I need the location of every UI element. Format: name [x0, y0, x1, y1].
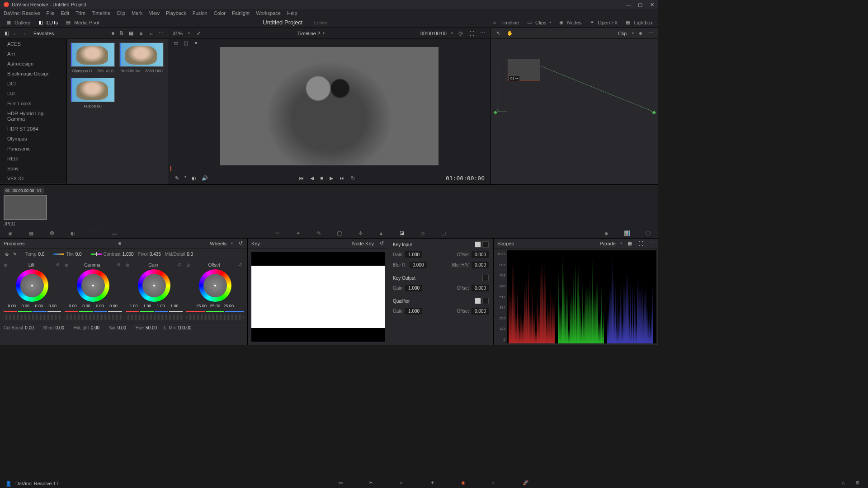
color-wheel[interactable] — [77, 269, 109, 302]
lut-cat[interactable]: DJI — [0, 89, 66, 99]
highlight-icon[interactable]: ✦ — [193, 40, 199, 46]
lut-item[interactable]: Olympus O....709_v1.0 — [71, 42, 115, 73]
qualifier-icon[interactable]: ✎ — [315, 229, 323, 237]
playhead[interactable] — [170, 166, 171, 171]
lut-cat[interactable]: HDR Hybrid Log-Gamma — [0, 108, 66, 124]
node-mode[interactable]: Clip — [618, 31, 627, 36]
wheel-reset-icon[interactable]: ↺ — [117, 262, 122, 267]
nodes-toggle[interactable]: ◉Nodes — [558, 19, 582, 26]
picker-icon[interactable]: ⊕ — [126, 263, 129, 267]
motion-icon[interactable]: ▭ — [110, 229, 118, 237]
openfx-toggle[interactable]: ✦Open FX — [589, 19, 618, 26]
wheel-jog[interactable] — [186, 314, 244, 320]
scope-expand-icon[interactable]: ⛶ — [637, 240, 644, 247]
viewer-more-icon[interactable]: ⋯ — [479, 30, 486, 37]
adj-lmix[interactable]: 100.00 — [178, 325, 192, 330]
go-first-button[interactable]: ⏮ — [299, 175, 304, 181]
lut-favorites[interactable]: ★Favorites — [0, 183, 66, 184]
tint-slider[interactable] — [91, 253, 102, 255]
node-input[interactable] — [494, 111, 497, 114]
mid-value[interactable]: 0.0 — [187, 252, 200, 257]
gallery-toggle[interactable]: ▦Gallery — [5, 19, 30, 26]
picker-icon[interactable]: ⊕ — [65, 263, 68, 267]
mediapool-toggle[interactable]: ▤Media Pool — [65, 19, 99, 26]
contrast-value[interactable]: 1.000 — [123, 252, 136, 257]
sidebar-toggle-icon[interactable]: ◧ — [4, 30, 10, 37]
lightbox-toggle[interactable]: ▦Lightbox — [625, 19, 653, 26]
node-canvas[interactable]: 01 ▪▪ — [491, 39, 658, 184]
lut-cat[interactable]: Olympus — [0, 134, 66, 144]
key-input-offset[interactable]: 0.000 — [472, 251, 489, 258]
wheel-jog[interactable] — [4, 314, 61, 320]
keyframe-icon[interactable]: ◆ — [602, 229, 610, 237]
key-icon[interactable]: ◇ — [419, 229, 427, 237]
primaries-mode[interactable]: Wheels — [210, 241, 226, 246]
close-button[interactable]: ✕ — [649, 2, 655, 7]
color-wheel[interactable] — [138, 269, 170, 302]
scope-mode[interactable]: Parade — [600, 241, 616, 246]
lut-cat[interactable]: Astrodesign — [0, 59, 66, 69]
key-output-offset[interactable]: 0.000 — [472, 285, 489, 291]
lut-item[interactable]: Fusion 88 — [71, 78, 115, 108]
wheel-values[interactable]: 0.000.000.000.00 — [6, 304, 58, 308]
wheel-reset-icon[interactable]: ↺ — [177, 262, 183, 267]
wheel-reset-icon[interactable]: ↺ — [238, 262, 244, 267]
splitview-icon[interactable]: ◫ — [183, 40, 189, 46]
key-reset-icon[interactable]: ↺ — [378, 240, 385, 247]
temp-value[interactable]: 0.0 — [38, 252, 52, 257]
temp-slider[interactable] — [53, 253, 64, 255]
key-output-gain[interactable]: 1.000 — [405, 285, 422, 291]
colormatch-icon[interactable]: ▦ — [27, 229, 35, 237]
corrector-node[interactable]: 01 ▪▪ — [508, 59, 540, 80]
zoom-level[interactable]: 31% — [173, 31, 183, 36]
lut-cat[interactable]: VFX IO — [0, 174, 66, 183]
warper-icon[interactable]: ✦ — [294, 229, 302, 237]
menu-help[interactable]: Help — [287, 10, 297, 16]
scope-more-icon[interactable]: ⋯ — [648, 240, 655, 247]
viewer-timecode[interactable]: 00:00:00:00 — [420, 31, 447, 36]
lut-cat[interactable]: Blackmagic Design — [0, 69, 66, 79]
wheel-reset-icon[interactable]: ↺ — [56, 262, 61, 267]
loop-button[interactable]: ↻ — [351, 175, 355, 181]
key-blur-r[interactable]: 0.000 — [410, 262, 427, 268]
tint-value[interactable]: 0.0 — [75, 252, 89, 257]
lut-cat[interactable]: Film Looks — [0, 99, 66, 108]
qual-gain[interactable]: 1.000 — [405, 308, 422, 314]
play-button[interactable]: ▶ — [330, 175, 333, 181]
nav-fwd[interactable]: › — [24, 31, 30, 36]
lut-cat[interactable]: Sony — [0, 164, 66, 174]
timeline-toggle[interactable]: ≡Timeline — [491, 19, 519, 26]
go-last-button[interactable]: ⏭ — [340, 175, 344, 181]
clips-toggle[interactable]: ▭Clips▾ — [526, 19, 551, 26]
menu-workspace[interactable]: Workspace — [256, 10, 281, 16]
lut-cat[interactable]: RED — [0, 154, 66, 164]
picker-icon[interactable]: ✎ — [12, 251, 18, 257]
adj-colboost[interactable]: 0.00 — [25, 325, 38, 330]
color-wheel[interactable] — [16, 269, 48, 302]
minimize-button[interactable]: — — [626, 2, 631, 7]
key-invert-toggle[interactable] — [482, 241, 489, 248]
audio-icon[interactable]: 🔊 — [202, 175, 208, 181]
fullscreen-icon[interactable]: ⛶ — [468, 30, 475, 37]
color-wheel[interactable] — [199, 269, 231, 302]
luts-toggle[interactable]: ◧LUTs — [38, 19, 58, 26]
wheel-values[interactable]: 1.001.001.001.00 — [128, 304, 180, 308]
menu-fusion[interactable]: Fusion — [193, 10, 208, 16]
adj-sat[interactable]: 0.00 — [118, 325, 131, 330]
menu-playback[interactable]: Playback — [166, 10, 186, 16]
rgbmixer-icon[interactable]: ⋮⋮ — [90, 229, 98, 237]
lut-cat[interactable]: Panasonic — [0, 144, 66, 154]
tracker-icon[interactable]: ✜ — [356, 229, 364, 237]
key-blur-hv[interactable]: 0.000 — [472, 262, 489, 268]
picker-icon[interactable]: ⊕ — [186, 263, 190, 267]
step-back-button[interactable]: ◀ — [310, 175, 314, 181]
clip-thumbnail-item[interactable]: 01 00:00:00:00 V1 JPEG — [4, 188, 47, 226]
menu-color[interactable]: Color — [214, 10, 226, 16]
menu-edit[interactable]: Edit — [61, 10, 69, 16]
hdr-icon[interactable]: ◐ — [69, 229, 77, 237]
grid-view-icon[interactable]: ▦ — [128, 30, 134, 37]
lut-cat[interactable]: ACES — [0, 39, 66, 49]
picker-icon[interactable]: ⊕ — [4, 263, 7, 267]
wheel-values[interactable]: 25.0025.0025.00 — [196, 304, 235, 308]
blur-icon[interactable]: ◪ — [398, 229, 406, 237]
